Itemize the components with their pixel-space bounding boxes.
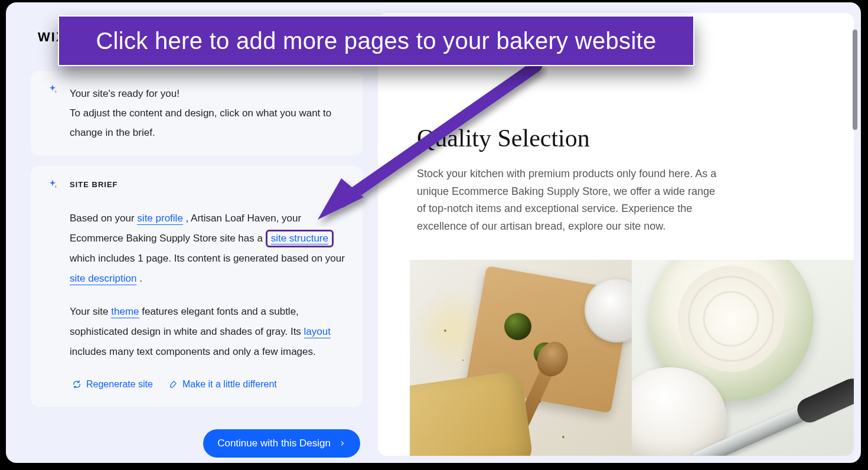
text-fragment: includes many text components and only a… [70, 346, 316, 357]
scrollbar-thumb[interactable] [853, 30, 857, 130]
continue-row: Continue with this Design [31, 429, 363, 458]
intro-line2: To adjust the content and design, click … [70, 103, 346, 142]
theme-link[interactable]: theme [111, 306, 139, 318]
preview-image-left [410, 260, 632, 456]
sparkle-icon [47, 84, 58, 97]
brief-paragraph-2: Your site theme features elegant fonts a… [70, 302, 346, 362]
left-panel: Your site's ready for you! To adjust the… [13, 13, 373, 456]
regenerate-site-button[interactable]: Regenerate site [72, 375, 153, 394]
intro-card: Your site's ready for you! To adjust the… [31, 71, 363, 155]
continue-with-design-button[interactable]: Continue with this Design [203, 429, 360, 458]
text-fragment: which includes 1 page. Its content is ge… [70, 253, 345, 264]
preview-image-row [410, 260, 854, 456]
brush-icon [168, 380, 178, 389]
site-preview[interactable]: Quality Selection Stock your kitchen wit… [378, 13, 854, 456]
site-description-link[interactable]: site description [70, 273, 136, 285]
site-brief-heading: SITE BRIEF [70, 180, 118, 189]
layout-link[interactable]: layout [304, 326, 331, 338]
brief-actions: Regenerate site Make it a little differe… [72, 375, 346, 394]
annotation-banner: Click here to add more pages to your bak… [58, 15, 694, 66]
preview-image-right [632, 260, 854, 456]
brief-paragraph-1: Based on your site profile , Artisan Loa… [70, 208, 346, 289]
app-frame: WIX Your site's ready for you! To adjust… [6, 2, 861, 463]
site-profile-link[interactable]: site profile [137, 213, 182, 225]
refresh-icon [72, 380, 81, 389]
chevron-right-icon [339, 440, 346, 447]
intro-line1: Your site's ready for you! [70, 84, 346, 103]
preview-body: Stock your kitchen with premium products… [417, 165, 724, 236]
regenerate-label: Regenerate site [86, 375, 153, 394]
make-different-label: Make it a little different [182, 375, 277, 394]
make-different-button[interactable]: Make it a little different [168, 375, 277, 394]
sparkle-icon [47, 179, 58, 192]
preview-heading: Quality Selection [417, 124, 724, 152]
continue-label: Continue with this Design [217, 438, 331, 449]
site-structure-link[interactable]: site structure [266, 230, 334, 247]
annotation-text: Click here to add more pages to your bak… [96, 28, 656, 54]
text-fragment: Based on your [70, 213, 137, 224]
site-brief-card: SITE BRIEF Based on your site profile , … [31, 166, 363, 407]
text-fragment: . [139, 273, 142, 284]
text-fragment: Your site [70, 306, 111, 317]
